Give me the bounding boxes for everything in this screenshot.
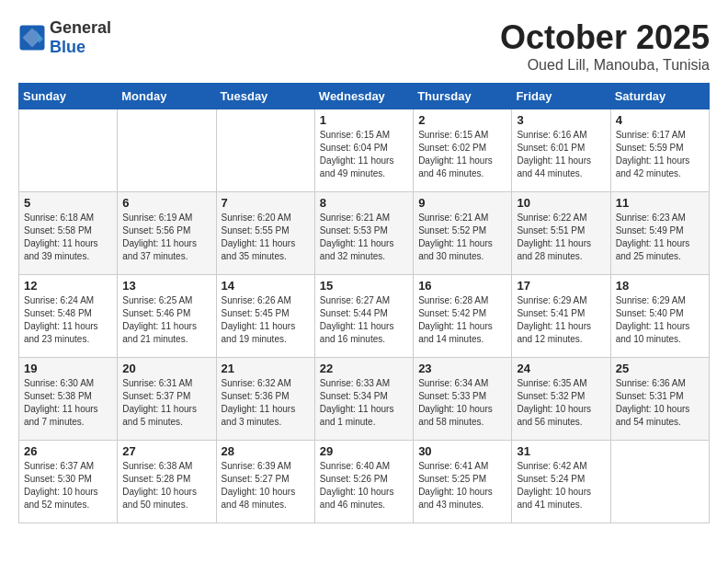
- day-info: Sunrise: 6:21 AM Sunset: 5:52 PM Dayligh…: [418, 212, 506, 263]
- day-info: Sunrise: 6:38 AM Sunset: 5:28 PM Dayligh…: [122, 460, 210, 511]
- calendar-cell: 27Sunrise: 6:38 AM Sunset: 5:28 PM Dayli…: [118, 441, 216, 523]
- day-number: 5: [24, 196, 112, 210]
- calendar-cell: 24Sunrise: 6:35 AM Sunset: 5:32 PM Dayli…: [512, 358, 610, 441]
- calendar-table: SundayMondayTuesdayWednesdayThursdayFrid…: [18, 83, 710, 523]
- day-number: 2: [418, 113, 506, 127]
- day-number: 26: [24, 444, 112, 458]
- day-info: Sunrise: 6:26 AM Sunset: 5:45 PM Dayligh…: [222, 294, 310, 346]
- calendar-cell: 28Sunrise: 6:39 AM Sunset: 5:27 PM Dayli…: [216, 441, 314, 523]
- day-number: 15: [320, 279, 408, 293]
- day-number: 4: [616, 113, 704, 127]
- calendar-cell: 11Sunrise: 6:23 AM Sunset: 5:49 PM Dayli…: [610, 192, 709, 275]
- calendar-cell: 15Sunrise: 6:27 AM Sunset: 5:44 PM Dayli…: [314, 275, 413, 358]
- weekday-friday: Friday: [512, 84, 610, 109]
- day-number: 3: [517, 113, 605, 127]
- day-number: 14: [222, 279, 310, 293]
- calendar-cell: 31Sunrise: 6:42 AM Sunset: 5:24 PM Dayli…: [512, 441, 610, 523]
- day-number: 17: [517, 279, 605, 293]
- day-info: Sunrise: 6:18 AM Sunset: 5:58 PM Dayligh…: [24, 212, 112, 263]
- calendar-cell: 19Sunrise: 6:30 AM Sunset: 5:38 PM Dayli…: [19, 358, 118, 441]
- calendar-cell: 23Sunrise: 6:34 AM Sunset: 5:33 PM Dayli…: [414, 358, 512, 441]
- logo-general: General: [50, 18, 111, 37]
- calendar-cell: [610, 441, 709, 523]
- day-info: Sunrise: 6:33 AM Sunset: 5:34 PM Dayligh…: [320, 377, 408, 429]
- day-number: 28: [222, 444, 310, 458]
- day-info: Sunrise: 6:29 AM Sunset: 5:40 PM Dayligh…: [616, 294, 704, 346]
- calendar-cell: 5Sunrise: 6:18 AM Sunset: 5:58 PM Daylig…: [19, 192, 118, 275]
- day-info: Sunrise: 6:36 AM Sunset: 5:31 PM Dayligh…: [616, 377, 704, 429]
- day-number: 16: [418, 279, 506, 293]
- day-number: 6: [122, 196, 210, 210]
- calendar-cell: 2Sunrise: 6:15 AM Sunset: 6:02 PM Daylig…: [414, 109, 512, 192]
- logo-icon: [18, 24, 46, 52]
- day-info: Sunrise: 6:21 AM Sunset: 5:53 PM Dayligh…: [320, 212, 408, 263]
- calendar-cell: 4Sunrise: 6:17 AM Sunset: 5:59 PM Daylig…: [610, 109, 709, 192]
- day-number: 27: [122, 444, 210, 458]
- day-info: Sunrise: 6:29 AM Sunset: 5:41 PM Dayligh…: [517, 294, 605, 346]
- weekday-thursday: Thursday: [414, 84, 512, 109]
- title-area: October 2025 Oued Lill, Manouba, Tunisia: [500, 18, 710, 74]
- calendar-cell: 18Sunrise: 6:29 AM Sunset: 5:40 PM Dayli…: [610, 275, 709, 358]
- weekday-monday: Monday: [118, 84, 216, 109]
- month-title: October 2025: [500, 18, 710, 57]
- day-info: Sunrise: 6:28 AM Sunset: 5:42 PM Dayligh…: [418, 294, 506, 346]
- page-header: General Blue October 2025 Oued Lill, Man…: [18, 18, 710, 74]
- day-info: Sunrise: 6:41 AM Sunset: 5:25 PM Dayligh…: [418, 460, 506, 511]
- calendar-cell: 26Sunrise: 6:37 AM Sunset: 5:30 PM Dayli…: [19, 441, 118, 523]
- calendar-cell: 25Sunrise: 6:36 AM Sunset: 5:31 PM Dayli…: [610, 358, 709, 441]
- day-info: Sunrise: 6:19 AM Sunset: 5:56 PM Dayligh…: [122, 212, 210, 263]
- calendar-cell: 29Sunrise: 6:40 AM Sunset: 5:26 PM Dayli…: [314, 441, 413, 523]
- day-info: Sunrise: 6:16 AM Sunset: 6:01 PM Dayligh…: [517, 129, 605, 180]
- day-info: Sunrise: 6:25 AM Sunset: 5:46 PM Dayligh…: [122, 294, 210, 346]
- day-info: Sunrise: 6:30 AM Sunset: 5:38 PM Dayligh…: [24, 377, 112, 429]
- logo: General Blue: [18, 18, 111, 57]
- calendar-cell: [118, 109, 216, 192]
- calendar-week-0: 1Sunrise: 6:15 AM Sunset: 6:04 PM Daylig…: [19, 109, 710, 192]
- calendar-cell: 30Sunrise: 6:41 AM Sunset: 5:25 PM Dayli…: [414, 441, 512, 523]
- calendar-week-4: 26Sunrise: 6:37 AM Sunset: 5:30 PM Dayli…: [19, 441, 710, 523]
- calendar-cell: 12Sunrise: 6:24 AM Sunset: 5:48 PM Dayli…: [19, 275, 118, 358]
- day-number: 30: [418, 444, 506, 458]
- day-info: Sunrise: 6:42 AM Sunset: 5:24 PM Dayligh…: [517, 460, 605, 511]
- calendar-week-1: 5Sunrise: 6:18 AM Sunset: 5:58 PM Daylig…: [19, 192, 710, 275]
- day-info: Sunrise: 6:23 AM Sunset: 5:49 PM Dayligh…: [616, 212, 704, 263]
- day-info: Sunrise: 6:15 AM Sunset: 6:04 PM Dayligh…: [320, 129, 408, 180]
- day-number: 9: [418, 196, 506, 210]
- calendar-cell: 13Sunrise: 6:25 AM Sunset: 5:46 PM Dayli…: [118, 275, 216, 358]
- weekday-header-row: SundayMondayTuesdayWednesdayThursdayFrid…: [19, 84, 710, 109]
- day-info: Sunrise: 6:15 AM Sunset: 6:02 PM Dayligh…: [418, 129, 506, 180]
- day-number: 13: [122, 279, 210, 293]
- calendar-cell: 22Sunrise: 6:33 AM Sunset: 5:34 PM Dayli…: [314, 358, 413, 441]
- day-info: Sunrise: 6:31 AM Sunset: 5:37 PM Dayligh…: [122, 377, 210, 429]
- day-info: Sunrise: 6:34 AM Sunset: 5:33 PM Dayligh…: [418, 377, 506, 429]
- calendar-cell: 16Sunrise: 6:28 AM Sunset: 5:42 PM Dayli…: [414, 275, 512, 358]
- weekday-wednesday: Wednesday: [314, 84, 413, 109]
- calendar-cell: 17Sunrise: 6:29 AM Sunset: 5:41 PM Dayli…: [512, 275, 610, 358]
- calendar-week-3: 19Sunrise: 6:30 AM Sunset: 5:38 PM Dayli…: [19, 358, 710, 441]
- day-number: 20: [122, 362, 210, 375]
- calendar-cell: 3Sunrise: 6:16 AM Sunset: 6:01 PM Daylig…: [512, 109, 610, 192]
- day-info: Sunrise: 6:39 AM Sunset: 5:27 PM Dayligh…: [222, 460, 310, 511]
- location-title: Oued Lill, Manouba, Tunisia: [500, 57, 710, 74]
- day-info: Sunrise: 6:22 AM Sunset: 5:51 PM Dayligh…: [517, 212, 605, 263]
- calendar-cell: [19, 109, 118, 192]
- calendar-cell: 9Sunrise: 6:21 AM Sunset: 5:52 PM Daylig…: [414, 192, 512, 275]
- day-number: 1: [320, 113, 408, 127]
- calendar-cell: 14Sunrise: 6:26 AM Sunset: 5:45 PM Dayli…: [216, 275, 314, 358]
- day-info: Sunrise: 6:32 AM Sunset: 5:36 PM Dayligh…: [222, 377, 310, 429]
- day-number: 24: [517, 362, 605, 375]
- calendar-cell: 6Sunrise: 6:19 AM Sunset: 5:56 PM Daylig…: [118, 192, 216, 275]
- calendar-cell: 21Sunrise: 6:32 AM Sunset: 5:36 PM Dayli…: [216, 358, 314, 441]
- day-info: Sunrise: 6:35 AM Sunset: 5:32 PM Dayligh…: [517, 377, 605, 429]
- day-number: 25: [616, 362, 704, 375]
- day-number: 10: [517, 196, 605, 210]
- calendar-cell: 10Sunrise: 6:22 AM Sunset: 5:51 PM Dayli…: [512, 192, 610, 275]
- day-info: Sunrise: 6:20 AM Sunset: 5:55 PM Dayligh…: [222, 212, 310, 263]
- day-number: 23: [418, 362, 506, 375]
- weekday-tuesday: Tuesday: [216, 84, 314, 109]
- day-info: Sunrise: 6:17 AM Sunset: 5:59 PM Dayligh…: [616, 129, 704, 180]
- day-number: 12: [24, 279, 112, 293]
- day-number: 8: [320, 196, 408, 210]
- day-info: Sunrise: 6:40 AM Sunset: 5:26 PM Dayligh…: [320, 460, 408, 511]
- calendar-week-2: 12Sunrise: 6:24 AM Sunset: 5:48 PM Dayli…: [19, 275, 710, 358]
